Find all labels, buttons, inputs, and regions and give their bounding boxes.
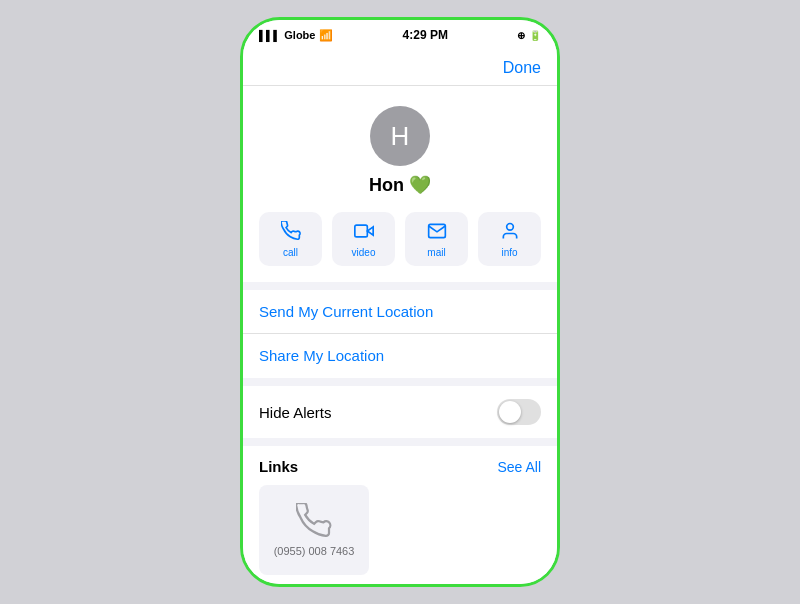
send-current-location-item[interactable]: Send My Current Location (243, 290, 557, 334)
location-section: Send My Current Location Share My Locati… (243, 290, 557, 378)
contact-name: Hon 💚 (369, 174, 431, 196)
battery-icon: 🔋 (529, 30, 541, 41)
mail-label: mail (427, 247, 445, 258)
status-carrier: ▌▌▌ Globe 📶 (259, 29, 333, 42)
video-label: video (352, 247, 376, 258)
status-time: 4:29 PM (403, 28, 448, 42)
hide-alerts-item: Hide Alerts (243, 386, 557, 438)
signal-icon: ▌▌▌ (259, 30, 280, 41)
video-icon (354, 221, 374, 244)
share-my-location-item[interactable]: Share My Location (243, 334, 557, 378)
action-buttons-row: call video (259, 212, 541, 266)
profile-section: H Hon 💚 call (243, 86, 557, 282)
links-title: Links (259, 458, 298, 475)
phone-frame: ▌▌▌ Globe 📶 4:29 PM ⊕ 🔋 Done H Hon (240, 17, 560, 587)
call-label: call (283, 247, 298, 258)
mail-icon (427, 221, 447, 244)
link-phone-number: (0955) 008 7463 (274, 545, 355, 557)
avatar-initial: H (391, 121, 410, 152)
info-icon (500, 221, 520, 244)
phone-thumbnail-icon (296, 503, 332, 539)
svg-point-2 (506, 223, 513, 230)
contact-emoji: 💚 (409, 175, 431, 195)
done-button[interactable]: Done (503, 59, 541, 77)
avatar: H (370, 106, 430, 166)
hide-alerts-label: Hide Alerts (259, 404, 332, 421)
link-thumbnail: (0955) 008 7463 (259, 485, 369, 575)
nav-bar: Done (243, 50, 557, 86)
share-my-location-label: Share My Location (259, 347, 384, 364)
see-all-button[interactable]: See All (497, 459, 541, 475)
svg-rect-1 (354, 225, 367, 237)
toggle-knob (499, 401, 521, 423)
svg-marker-0 (367, 226, 373, 234)
hide-alerts-section: Hide Alerts (243, 386, 557, 438)
call-button[interactable]: call (259, 212, 322, 266)
info-button[interactable]: info (478, 212, 541, 266)
links-header: Links See All (259, 458, 541, 475)
status-icons: ⊕ 🔋 (517, 30, 541, 41)
mail-button[interactable]: mail (405, 212, 468, 266)
video-button[interactable]: video (332, 212, 395, 266)
location-icon: ⊕ (517, 30, 525, 41)
status-bar: ▌▌▌ Globe 📶 4:29 PM ⊕ 🔋 (243, 20, 557, 50)
call-icon (281, 221, 301, 244)
content-area: H Hon 💚 call (243, 86, 557, 584)
hide-alerts-toggle[interactable] (497, 399, 541, 425)
wifi-icon: 📶 (319, 29, 333, 42)
links-section: Links See All (0955) 008 7463 (243, 446, 557, 584)
info-label: info (501, 247, 517, 258)
send-current-location-label: Send My Current Location (259, 303, 433, 320)
carrier-name: Globe (284, 29, 315, 41)
